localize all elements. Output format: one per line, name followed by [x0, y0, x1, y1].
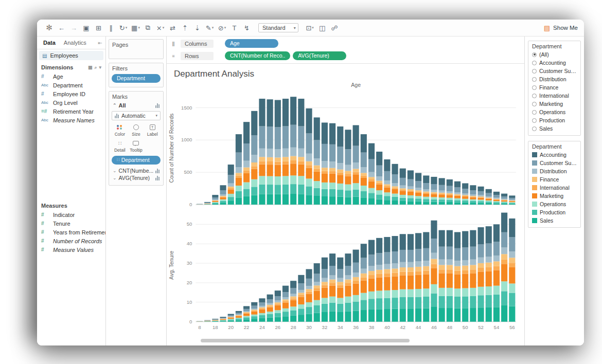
legend-item-sales[interactable]: Sales	[528, 216, 580, 225]
field-retirement-year[interactable]: =#Retirement Year	[37, 107, 105, 116]
field-years-from-retirement[interactable]: #Years from Retirement	[37, 228, 105, 236]
marks-measure-card-cnt-numbe[interactable]: ⌄CNT(Numbe...	[112, 167, 161, 174]
field-measure-values[interactable]: #Measure Values	[37, 245, 105, 254]
legend-item-international[interactable]: International	[528, 184, 580, 192]
label-button[interactable]: T Label	[144, 124, 161, 137]
radio-icon[interactable]	[532, 126, 537, 131]
pill-age[interactable]: Age	[225, 39, 278, 48]
filter-pill-department[interactable]: Department	[112, 74, 161, 83]
department-filter-card: Department (All)AccountingCustomer Suppo…	[528, 41, 581, 136]
data-pane-tabs: Data Analytics ⇤	[37, 37, 105, 49]
radio-icon[interactable]	[532, 118, 537, 123]
field-indicator[interactable]: #Indicator	[37, 210, 105, 219]
share-icon[interactable]: ☍	[329, 22, 341, 34]
columns-shelf[interactable]: ||| Columns Age	[170, 38, 521, 49]
radio-icon[interactable]	[532, 110, 537, 115]
legend-item-operations[interactable]: Operations	[528, 200, 580, 208]
filter-option-all[interactable]: (All)	[528, 50, 580, 59]
field-age[interactable]: #Age	[37, 72, 105, 81]
save-icon[interactable]: ▣	[80, 22, 92, 34]
size-button[interactable]: Size	[128, 124, 145, 137]
marks-all-row[interactable]: ⌃ All	[112, 102, 161, 108]
field-employee-id[interactable]: #Employee ID	[37, 89, 105, 98]
legend-item-finance[interactable]: Finance	[528, 175, 580, 184]
data-source-item[interactable]: ▤ Employees	[39, 51, 103, 60]
highlight-icon[interactable]: ✎▾	[204, 22, 216, 34]
filter-option-finance[interactable]: Finance	[528, 83, 580, 92]
undo-icon[interactable]: ←	[56, 22, 67, 34]
legend-item-distribution[interactable]: Distribution	[528, 167, 580, 175]
fix-axes-icon[interactable]: ↯	[241, 22, 253, 34]
tableau-logo-icon[interactable]: ✻	[43, 22, 55, 34]
tooltip-button[interactable]: Tooltip	[128, 140, 145, 153]
field-tenure[interactable]: #Tenure	[37, 219, 105, 228]
field-measure-names[interactable]: AbcMeasure Names	[37, 116, 105, 124]
pill-cnt-number-of-reco[interactable]: CNT(Number of Reco..	[225, 51, 290, 60]
marks-measure-card-avg-tenure[interactable]: ⌄AVG(Tenure)	[112, 174, 161, 181]
legend-item-production[interactable]: Production	[528, 208, 580, 216]
filter-option-operations[interactable]: Operations	[528, 108, 580, 116]
filter-option-production[interactable]: Production	[528, 116, 580, 124]
show-mark-labels-icon[interactable]: ⊡▾	[304, 22, 316, 34]
clear-sheet-icon[interactable]: ⨯▾	[154, 22, 166, 34]
rows-shelf[interactable]: ≡ Rows CNT(Number of Reco..AVG(Tenure)	[170, 50, 521, 61]
redo-icon[interactable]: →	[68, 22, 80, 34]
stacked-bar-charts[interactable]: Age050010001500Count of Number of Record…	[167, 80, 524, 337]
group-members-icon[interactable]: ⊘▾	[216, 22, 228, 34]
chevron-down-icon: ⌄	[113, 175, 117, 180]
run-updates-icon[interactable]: ↻▾	[117, 22, 129, 34]
detail-button-label: Detail	[114, 148, 126, 153]
svg-text:50: 50	[463, 324, 468, 330]
new-worksheet-icon[interactable]: ▦▾	[130, 22, 141, 34]
mark-type-dropdown[interactable]: Automatic ▾	[112, 111, 161, 120]
sort-ascending-icon[interactable]: ⇡	[179, 22, 191, 34]
fit-dropdown[interactable]: Standard ▾	[258, 23, 298, 32]
radio-icon[interactable]	[532, 77, 537, 82]
scrollbar-thumb[interactable]	[201, 339, 410, 342]
radio-icon[interactable]	[532, 52, 537, 57]
svg-text:1000: 1000	[181, 137, 192, 142]
tableau-window: ✻←→▣⊞∥↻▾▦▾⧉⨯▾⇄⇡⇣✎▾⊘▾T↯ Standard ▾ ⊡▾◫☍ ▤…	[37, 20, 584, 345]
chart-region[interactable]: Age050010001500Count of Number of Record…	[167, 80, 524, 337]
radio-icon[interactable]	[532, 61, 537, 65]
tab-data[interactable]: Data	[39, 38, 60, 47]
pill-avg-tenure[interactable]: AVG(Tenure)	[293, 51, 346, 60]
swap-axes-icon[interactable]: ⇄	[167, 22, 179, 34]
horizontal-scrollbar[interactable]	[171, 337, 522, 344]
pause-updates-icon[interactable]: ∥	[105, 22, 117, 34]
sort-descending-icon[interactable]: ⇣	[191, 22, 203, 34]
show-me-button[interactable]: ▤ Show Me	[544, 24, 578, 32]
collapse-pane-icon[interactable]: ⇤	[98, 40, 103, 46]
legend-item-accounting[interactable]: Accounting	[528, 151, 580, 159]
filter-option-distribution[interactable]: Distribution	[528, 75, 580, 83]
color-button[interactable]: Color	[112, 124, 128, 137]
filter-option-accounting[interactable]: Accounting	[528, 59, 580, 67]
radio-icon[interactable]	[532, 69, 537, 74]
color-legend-icon: ∷	[117, 156, 120, 165]
legend-item-marketing[interactable]: Marketing	[528, 192, 580, 200]
filter-option-international[interactable]: International	[528, 92, 580, 100]
field-org-level[interactable]: AbcOrg Level	[37, 98, 105, 107]
field-department[interactable]: AbcDepartment	[37, 81, 105, 89]
radio-icon[interactable]	[532, 102, 537, 106]
sort-fields-icon[interactable]: ▾	[99, 65, 101, 70]
radio-icon[interactable]	[532, 85, 537, 90]
detail-button[interactable]: ∷ Detail	[112, 140, 128, 153]
filter-option-marketing[interactable]: Marketing	[528, 100, 580, 108]
radio-icon[interactable]	[532, 94, 537, 98]
legend-item-customer-support[interactable]: Customer Support	[528, 159, 580, 167]
marks-color-pill[interactable]: ∷ Department	[112, 156, 161, 165]
new-data-source-icon[interactable]: ⊞	[93, 22, 104, 34]
text-label-icon[interactable]: T	[228, 22, 240, 34]
measure-card-label: CNT(Numbe...	[119, 168, 154, 174]
filter-option-customer-support[interactable]: Customer Support	[528, 67, 580, 75]
filter-option-label: Operations	[539, 109, 565, 115]
field-number-of-records[interactable]: #Number of Records	[37, 236, 105, 245]
presentation-mode-icon[interactable]: ◫	[316, 22, 328, 34]
find-field-icon[interactable]: ⌕	[94, 65, 97, 70]
tab-analytics[interactable]: Analytics	[60, 38, 91, 47]
filter-option-sales[interactable]: Sales	[528, 124, 580, 133]
view-options-icon[interactable]: ▦	[88, 65, 93, 70]
duplicate-icon[interactable]: ⧉	[142, 22, 154, 34]
pages-card: Pages	[109, 39, 164, 59]
